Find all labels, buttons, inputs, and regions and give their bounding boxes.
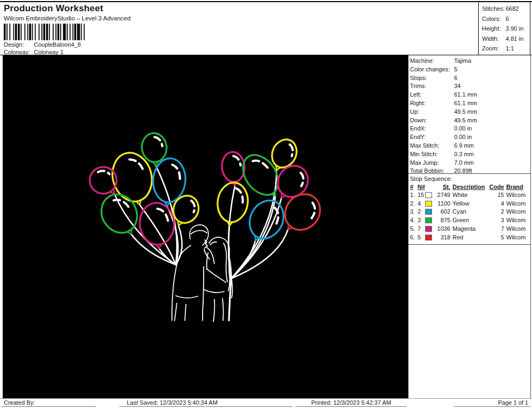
machine-info-value: 49.5 mm [454, 108, 477, 115]
seq-thread-brand: Wilcom [506, 200, 526, 207]
machine-info-row: Max Jump:7.0 mm [410, 159, 439, 166]
machine-info-label: EndY: [410, 134, 426, 140]
seq-color-description: Yellow [452, 200, 469, 207]
seq-thread-code: 2 [488, 208, 504, 215]
stop-sequence-title: Stop Sequence: [410, 176, 452, 182]
machine-info-value: Tajima [454, 57, 471, 64]
seq-color-description: Magenta [452, 225, 476, 232]
machine-info-row: Left:61.1 mm [410, 91, 421, 98]
barcode-bar [63, 24, 66, 40]
machine-info-value: 61.1 mm [454, 100, 477, 107]
seq-needle-number: 7 [418, 225, 421, 232]
seq-needle-number: 4 [418, 200, 421, 207]
barcode-bar [81, 24, 82, 40]
seq-thread-brand: Wilcom [506, 234, 526, 240]
barcode-bar [77, 24, 80, 40]
col-header-description: Description [452, 184, 485, 190]
seq-thread-brand: Wilcom [506, 208, 526, 215]
page-title: Production Worksheet [4, 3, 103, 14]
seq-color-description: White [452, 192, 468, 198]
seq-row-number: 5. [410, 225, 415, 232]
machine-info-row: Machine:Tajima [410, 57, 434, 64]
machine-info-row: Color changes:5 [410, 66, 450, 73]
seq-thread-code: 7 [488, 225, 504, 232]
stop-sequence-top-divider [408, 173, 531, 174]
stat-colors: Colors:6 [479, 14, 530, 24]
seq-row-number: 6. [410, 234, 415, 240]
footer-printed: Printed: 12/3/2023 5:42:37 AM [296, 399, 407, 407]
footer-page-number: Page 1 of 1 [454, 399, 530, 407]
seq-row-number: 4. [410, 217, 415, 223]
seq-stitch-count: 2749 [432, 192, 450, 198]
seq-stitch-count: 602 [432, 208, 450, 215]
design-barcode [4, 24, 117, 40]
machine-info-row: Stops:6 [410, 75, 427, 82]
machine-info-value: 0.00 in [454, 125, 472, 132]
seq-stitch-count: 1100 [432, 200, 450, 207]
footer-last-saved: Last Saved: 12/3/2023 5:40:34 AM [119, 399, 293, 407]
barcode-bar [70, 24, 71, 40]
design-value: CoupleBaloon4_8 [34, 41, 81, 48]
barcode-bar [10, 24, 11, 40]
stat-zoom: Zoom:1:1 [479, 43, 530, 54]
machine-info-label: Machine: [410, 57, 434, 64]
seq-stitch-count: 1036 [432, 225, 450, 232]
barcode-bar [53, 24, 54, 40]
barcode-bar [21, 24, 22, 40]
machine-info-label: Min Stitch: [410, 151, 437, 157]
barcode-bar [73, 24, 74, 40]
stat-stitches: Stitches:6682 [479, 4, 530, 14]
machine-info-panel: Machine:TajimaColor changes:5Stops:6Trim… [408, 55, 531, 398]
stat-height: Height:3.90 in [479, 24, 530, 34]
barcode-bar [57, 24, 60, 40]
design-stats-box: Stitches:6682 Colors:6 Height:3.90 in Wi… [478, 2, 530, 55]
barcode-bar [60, 24, 61, 40]
barcode-bar [27, 24, 28, 40]
machine-info-label: Color changes: [410, 66, 450, 72]
barcode-bar [32, 24, 33, 40]
seq-needle-number: 15 [418, 192, 424, 198]
seq-thread-code: 15 [488, 192, 504, 198]
thread-color-chip [425, 235, 432, 240]
thread-color-chip [425, 217, 432, 223]
seq-color-description: Cyan [452, 208, 466, 215]
col-header-code: Code [488, 184, 504, 190]
machine-info-value: 0.00 in [454, 134, 472, 141]
col-header-st: St. [432, 184, 450, 190]
machine-info-row: Up:49.5 mm [410, 108, 419, 115]
seq-needle-number: 3 [418, 217, 421, 223]
barcode-bar [25, 24, 26, 40]
machine-info-value: 7.0 mm [454, 159, 474, 166]
machine-info-label: Stops: [410, 75, 427, 81]
barcode-bar [46, 24, 48, 40]
machine-info-label: Down: [410, 117, 427, 123]
stat-width: Width:4.81 in [479, 34, 530, 44]
seq-color-description: Red [452, 234, 463, 240]
machine-info-label: EndX: [410, 125, 426, 132]
app-version-subtitle: Wilcom EmbroideryStudio – Level 3 Advanc… [4, 15, 131, 21]
production-worksheet-page: Production Worksheet Wilcom EmbroiderySt… [0, 0, 532, 409]
barcode-bar [41, 24, 42, 40]
machine-info-row: EndY:0.00 in [410, 134, 426, 141]
barcode-bar [29, 24, 31, 40]
top-rule [0, 1, 532, 2]
barcode-bar [35, 24, 36, 40]
col-header-num: # [410, 184, 413, 190]
seq-thread-brand: Wilcom [506, 192, 526, 198]
embroidery-preview-canvas [3, 55, 408, 398]
machine-info-row: EndX:0.00 in [410, 125, 426, 132]
machine-info-value: 6 [454, 75, 457, 82]
design-name-row: Design:CoupleBaloon4_8 [4, 41, 81, 48]
footer-created-by: Created By: [2, 399, 96, 407]
barcode-bar [74, 24, 76, 40]
thread-color-chip [425, 209, 432, 215]
machine-info-value: 49.5 mm [454, 117, 477, 124]
seq-thread-brand: Wilcom [506, 225, 526, 232]
machine-info-label: Trims: [410, 83, 426, 89]
seq-stitch-count: 318 [432, 234, 450, 240]
seq-stitch-count: 875 [432, 217, 450, 223]
col-header-brand: Brand [506, 184, 523, 190]
machine-info-row: Right:61.1 mm [410, 100, 426, 107]
machine-info-value: 5 [454, 66, 457, 73]
thread-color-chip [425, 226, 432, 232]
